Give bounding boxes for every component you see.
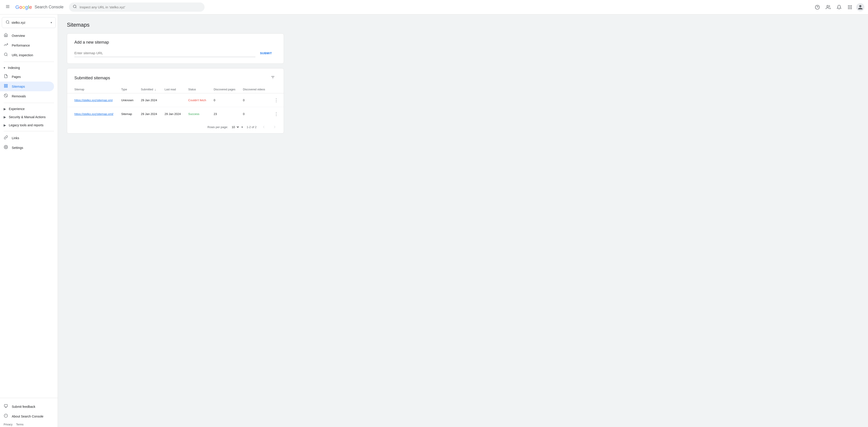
submit-feedback-label: Submit feedback <box>12 405 35 408</box>
add-sitemap-title: Add a new sitemap <box>74 40 276 45</box>
rows-per-page-label: Rows per page: <box>208 125 228 129</box>
sidebar-removals-label: Removals <box>12 94 26 98</box>
sidebar-item-about[interactable]: About Search Console <box>0 412 54 421</box>
sidebar-footer: Privacy Terms <box>0 421 58 427</box>
help-icon[interactable] <box>813 3 822 12</box>
more-options-button[interactable]: ⋮ <box>273 96 280 104</box>
sidebar-section-legacy[interactable]: ▶ Legacy tools and reports <box>0 121 58 129</box>
app-body: Sitemaps Add a new sitemap SUBMIT Submit… <box>0 14 868 427</box>
svg-rect-22 <box>6 84 7 86</box>
sidebar-section-security[interactable]: ▶ Security & Manual Actions <box>0 113 58 121</box>
security-label: Security & Manual Actions <box>9 115 46 119</box>
next-page-button[interactable] <box>271 123 278 131</box>
page-info: 1-2 of 2 <box>247 125 256 129</box>
search-bar[interactable] <box>69 2 205 12</box>
submitted-sitemaps-card: Submitted sitemaps Sitemap Type <box>67 68 284 134</box>
filter-icon[interactable] <box>269 74 276 82</box>
links-icon <box>4 135 8 140</box>
discovered-pages-cell: 0 <box>210 93 239 107</box>
submitted-cell: 29 Jan 2024 <box>137 107 161 121</box>
removals-icon <box>4 94 8 99</box>
terms-link[interactable]: Terms <box>16 423 24 426</box>
submit-sitemap-button[interactable]: SUBMIT <box>255 49 276 57</box>
expand-icon-2: ▶ <box>4 107 6 111</box>
svg-point-3 <box>73 5 76 8</box>
sitemap-url-link[interactable]: https://stelko.xyz/sitemap.xml <box>74 99 113 102</box>
svg-line-4 <box>76 7 76 8</box>
svg-point-27 <box>5 146 6 148</box>
sitemap-url-input[interactable] <box>74 49 255 57</box>
sitemap-url-cell: https://stelko.xyz/sitemap.xml <box>67 93 118 107</box>
sitemap-input-row: SUBMIT <box>74 49 276 57</box>
rows-per-page-select[interactable]: 10 25 50 <box>230 125 240 129</box>
sidebar-item-performance[interactable]: Performance <box>0 40 54 50</box>
sidebar-item-sitemaps[interactable]: Sitemaps <box>0 81 54 91</box>
col-header-type: Type <box>118 86 137 93</box>
sidebar-settings-label: Settings <box>12 146 23 150</box>
svg-rect-10 <box>851 5 852 6</box>
add-sitemap-card: Add a new sitemap SUBMIT <box>67 33 284 64</box>
main-content: Sitemaps Add a new sitemap SUBMIT Submit… <box>58 14 868 427</box>
table-header: Sitemap Type Submitted ↓ Last read Statu… <box>67 86 284 93</box>
sidebar-item-url-inspection[interactable]: URL inspection <box>0 50 54 60</box>
sidebar-section-indexing[interactable]: ▾ Indexing <box>0 64 58 72</box>
divider-1 <box>4 62 54 62</box>
svg-point-19 <box>4 53 7 56</box>
notifications-icon[interactable] <box>835 3 844 12</box>
search-icon <box>73 4 77 10</box>
avatar[interactable] <box>856 3 864 11</box>
col-header-actions <box>269 86 284 93</box>
status-cell: Success <box>185 107 210 121</box>
about-label: About Search Console <box>12 415 43 418</box>
svg-point-17 <box>6 21 9 23</box>
topbar-left: Google Search Console <box>4 2 64 12</box>
svg-rect-13 <box>851 7 852 8</box>
table-body: https://stelko.xyz/sitemap.xml Unknown 2… <box>67 93 284 121</box>
privacy-link[interactable]: Privacy <box>4 423 12 426</box>
legacy-label: Legacy tools and reports <box>9 123 43 127</box>
svg-point-7 <box>827 5 829 7</box>
property-selector[interactable]: stelko.xyz ▾ <box>2 17 56 28</box>
sidebar-item-pages[interactable]: Pages <box>0 72 54 81</box>
feedback-icon <box>4 404 8 409</box>
menu-icon[interactable] <box>4 2 12 12</box>
apps-icon[interactable] <box>845 3 855 12</box>
search-console-icon[interactable] <box>824 3 833 12</box>
sidebar-nav: Overview Performance URL inspection <box>0 31 58 153</box>
sidebar-url-inspection-label: URL inspection <box>12 53 33 57</box>
logo[interactable]: Google Search Console <box>16 4 64 10</box>
col-header-submitted[interactable]: Submitted ↓ <box>137 86 161 93</box>
svg-line-26 <box>5 94 7 97</box>
submitted-cell: 29 Jan 2024 <box>137 93 161 107</box>
performance-icon <box>4 43 8 48</box>
more-options-button[interactable]: ⋮ <box>273 110 280 118</box>
discovered-videos-cell: 0 <box>239 93 269 107</box>
sort-icon: ↓ <box>154 88 156 91</box>
actions-cell: ⋮ <box>269 93 284 107</box>
sitemap-url-link[interactable]: https://stelko.xyz/sitemap.xml/ <box>74 112 114 116</box>
sidebar-item-overview[interactable]: Overview <box>0 31 54 40</box>
sidebar-item-removals[interactable]: Removals <box>0 91 54 101</box>
table-row: https://stelko.xyz/sitemap.xml Unknown 2… <box>67 93 284 107</box>
about-icon <box>4 414 8 419</box>
sidebar-item-settings[interactable]: Settings <box>0 143 54 153</box>
svg-rect-12 <box>849 7 850 8</box>
pagination: Rows per page: 10 25 50 ▾ 1-2 of 2 <box>67 121 284 133</box>
search-input[interactable] <box>80 5 201 9</box>
svg-rect-15 <box>849 8 850 9</box>
sidebar-links-label: Links <box>12 136 19 140</box>
sitemap-url-cell: https://stelko.xyz/sitemap.xml/ <box>67 107 118 121</box>
svg-line-18 <box>8 23 9 24</box>
indexing-label: Indexing <box>8 66 20 70</box>
svg-rect-8 <box>848 5 849 6</box>
svg-rect-23 <box>6 86 7 88</box>
app-title: Search Console <box>35 5 64 9</box>
submitted-sitemaps-title: Submitted sitemaps <box>74 76 110 80</box>
type-cell: Unknown <box>118 93 137 107</box>
prev-page-button[interactable] <box>260 123 268 131</box>
sidebar-item-submit-feedback[interactable]: Submit feedback <box>0 402 54 412</box>
sidebar-item-links[interactable]: Links <box>0 133 54 143</box>
col-header-last-read: Last read <box>161 86 185 93</box>
sidebar-section-experience[interactable]: ▶ Experience <box>0 105 58 113</box>
sidebar-overview-label: Overview <box>12 34 25 37</box>
